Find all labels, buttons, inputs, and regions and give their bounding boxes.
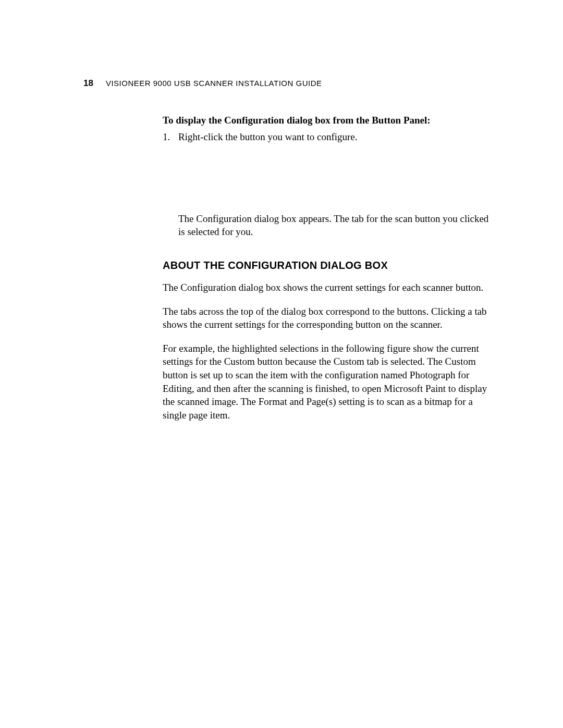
document-page: 18 VISIONEER 9000 USB SCANNER INSTALLATI… [0,0,563,422]
step-text: Right-click the button you want to confi… [178,130,495,144]
body-paragraph: The tabs across the top of the dialog bo… [163,305,495,331]
ordered-step: 1. Right-click the button you want to co… [163,130,495,144]
body-paragraph: For example, the highlighted selections … [163,342,495,422]
result-paragraph: The Configuration dialog box appears. Th… [178,212,495,239]
step-number: 1. [163,130,178,144]
section-heading: ABOUT THE CONFIGURATION DIALOG BOX [163,260,495,272]
page-header: 18 VISIONEER 9000 USB SCANNER INSTALLATI… [83,78,495,89]
intro-heading: To display the Configuration dialog box … [163,115,495,126]
header-title: VISIONEER 9000 USB SCANNER INSTALLATION … [106,79,322,88]
page-number: 18 [83,78,93,89]
page-content: To display the Configuration dialog box … [163,115,495,422]
body-paragraph: The Configuration dialog box shows the c… [163,281,495,294]
